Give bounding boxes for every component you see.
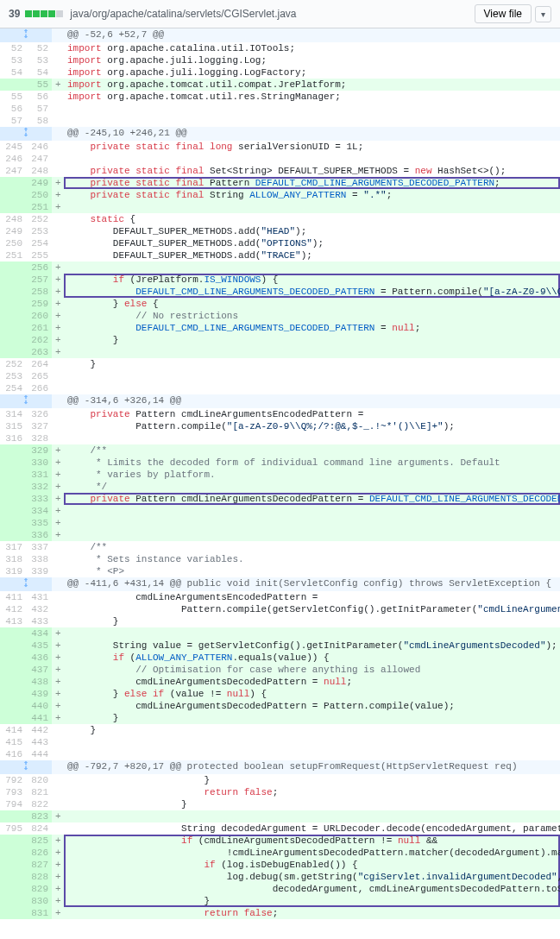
new-line-number: 249 — [26, 177, 52, 189]
new-line-number: 441 — [26, 712, 52, 724]
old-line-number — [0, 810, 26, 822]
old-line-number: 415 — [0, 736, 26, 748]
new-line-number: 251 — [26, 201, 52, 213]
diff-marker — [52, 786, 64, 798]
diff-marker — [52, 553, 64, 565]
diff-line: 316328 — [0, 432, 560, 444]
new-line-number: 437 — [26, 664, 52, 676]
code-content — [64, 432, 560, 444]
old-line-number: 250 — [0, 237, 26, 249]
code-content — [64, 201, 560, 213]
view-file-button[interactable]: View file — [475, 4, 532, 23]
file-path[interactable]: java/org/apache/catalina/servlets/CGISer… — [70, 8, 474, 20]
diff-marker — [52, 432, 64, 444]
code-content: import org.apache.tomcat.util.compat.Jre… — [64, 79, 560, 91]
new-line-number: 444 — [26, 748, 52, 760]
diff-marker — [52, 724, 64, 736]
diff-line: 823+ — [0, 810, 560, 822]
code-content: DEFAULT_CMD_LINE_ARGUMENTS_DECODED_PATTE… — [64, 286, 560, 298]
diff-marker — [52, 798, 64, 810]
old-line-number — [0, 481, 26, 493]
diff-line: 437+ // Optimisation for case where anyt… — [0, 664, 560, 676]
new-line-number: 825 — [26, 835, 52, 847]
expand-icon[interactable] — [0, 577, 52, 591]
diff-marker — [52, 237, 64, 249]
expand-icon[interactable] — [0, 394, 52, 408]
diff-marker: + — [52, 310, 64, 322]
old-line-number: 54 — [0, 66, 26, 79]
hunk-text: @@ -411,6 +431,14 @@ public void init(Se… — [64, 577, 560, 591]
old-line-number — [0, 712, 26, 724]
code-content: static { — [64, 213, 560, 225]
diff-line: 438+ cmdLineArgumentsDecodedPattern = nu… — [0, 676, 560, 688]
code-content — [64, 153, 560, 165]
diff-line: 826+ !cmdLineArgumentsDecodedPattern.mat… — [0, 847, 560, 859]
old-line-number — [0, 676, 26, 688]
diff-marker: + — [52, 457, 64, 469]
old-line-number — [0, 907, 26, 919]
new-line-number: 261 — [26, 322, 52, 334]
diffstat-icon — [25, 10, 63, 17]
expand-icon[interactable] — [0, 127, 52, 141]
diff-marker — [52, 408, 64, 420]
old-line-number: 253 — [0, 370, 26, 382]
diff-marker: + — [52, 688, 64, 700]
old-line-number: 319 — [0, 565, 26, 577]
diff-marker — [52, 91, 64, 103]
old-line-number — [0, 652, 26, 664]
hunk-header: @@ -792,7 +820,17 @@ protected boolean s… — [0, 760, 560, 774]
diff-marker: + — [52, 322, 64, 334]
old-line-number — [0, 310, 26, 322]
diff-marker: + — [52, 847, 64, 859]
expand-icon[interactable] — [0, 28, 52, 42]
expand-icon[interactable] — [0, 760, 52, 774]
diff-marker: + — [52, 493, 64, 505]
code-content: } — [64, 895, 560, 907]
code-content: if (ALLOW_ANY_PATTERN.equals(value)) { — [64, 652, 560, 664]
diff-marker — [52, 591, 64, 603]
hunk-header: @@ -411,6 +431,14 @@ public void init(Se… — [0, 577, 560, 591]
diff-line: 5353 import org.apache.juli.logging.Log; — [0, 54, 560, 66]
new-line-number: 442 — [26, 724, 52, 736]
diff-line: 245246 private static final long serialV… — [0, 141, 560, 153]
diff-marker: + — [52, 79, 64, 91]
new-line-number: 253 — [26, 225, 52, 237]
diff-marker — [52, 225, 64, 237]
code-content — [64, 505, 560, 517]
diff-line: 794822 } — [0, 798, 560, 810]
new-line-number: 55 — [26, 79, 52, 91]
old-line-number — [0, 346, 26, 358]
hunk-text: @@ -314,6 +326,14 @@ — [64, 394, 560, 408]
code-content: import org.apache.tomcat.util.res.String… — [64, 91, 560, 103]
diff-count: 39 — [9, 8, 20, 20]
old-line-number: 793 — [0, 786, 26, 798]
code-content — [64, 627, 560, 640]
code-content: } — [64, 615, 560, 627]
old-line-number: 317 — [0, 541, 26, 553]
code-content: DEFAULT_SUPER_METHODS.add("OPTIONS"); — [64, 237, 560, 249]
old-line-number: 53 — [0, 54, 26, 66]
diff-marker — [52, 420, 64, 432]
old-line-number: 316 — [0, 432, 26, 444]
diff-line: 246247 — [0, 153, 560, 165]
new-line-number: 434 — [26, 627, 52, 640]
new-line-number: 440 — [26, 700, 52, 712]
code-content — [64, 736, 560, 748]
file-menu-dropdown[interactable]: ▾ — [535, 6, 551, 22]
code-content — [64, 517, 560, 529]
diff-line: 414442 } — [0, 724, 560, 736]
diff-line: 260+ // No restrictions — [0, 310, 560, 322]
code-content — [64, 382, 560, 394]
old-line-number: 315 — [0, 420, 26, 432]
diff-line: 5252 import org.apache.catalina.util.IOT… — [0, 42, 560, 54]
code-content: DEFAULT_CMD_LINE_ARGUMENTS_DECODED_PATTE… — [64, 322, 560, 334]
diff-marker — [52, 615, 64, 627]
code-content: // No restrictions — [64, 310, 560, 322]
diff-marker: + — [52, 444, 64, 457]
new-line-number: 331 — [26, 469, 52, 481]
diff-line: 416444 — [0, 748, 560, 760]
hunk-text: @@ -792,7 +820,17 @@ protected boolean s… — [64, 760, 560, 774]
diff-line: 829+ decodedArgument, cmdLineArgumentsDe… — [0, 883, 560, 895]
diff-line: 333+ private Pattern cmdLineArgumentsDec… — [0, 493, 560, 505]
old-line-number: 795 — [0, 822, 26, 835]
